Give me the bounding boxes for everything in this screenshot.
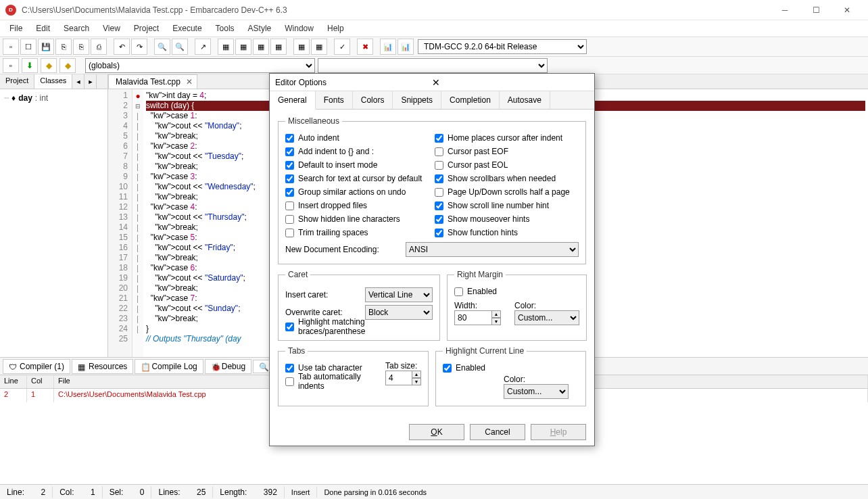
misc-checkbox[interactable]	[285, 134, 294, 143]
minimize-button[interactable]: ─	[769, 0, 800, 20]
bookmark-icon[interactable]: ◆	[41, 58, 57, 73]
cancel-button[interactable]: Cancel	[470, 424, 525, 440]
misc-checkbox[interactable]	[285, 215, 294, 224]
misc-checkbox[interactable]	[285, 174, 294, 183]
misc-checkbox[interactable]	[285, 188, 294, 197]
menu-help[interactable]: Help	[320, 22, 351, 35]
editor-tab[interactable]: Malavida Test.cpp ✕	[108, 74, 197, 89]
insert-icon[interactable]: ⬇	[22, 58, 38, 73]
misc-checkbox[interactable]	[285, 201, 294, 210]
misc-checkbox[interactable]	[285, 161, 294, 170]
goto-bm-icon[interactable]: ◆	[59, 58, 76, 73]
print-icon[interactable]: ⎙	[91, 39, 107, 55]
replace-icon[interactable]: 🔍	[172, 39, 188, 55]
spin-up-icon[interactable]: ▲	[491, 310, 501, 318]
menu-execute[interactable]: Execute	[166, 22, 208, 35]
close-tab-icon[interactable]: ✕	[186, 77, 193, 87]
misc-right-0: Home places cursor after indent	[435, 131, 579, 145]
help-button[interactable]: Help	[531, 424, 586, 440]
menu-window[interactable]: Window	[278, 22, 320, 35]
misc-checkbox[interactable]	[285, 229, 294, 237]
dlg-tab-completion[interactable]: Completion	[441, 91, 500, 109]
menu-edit[interactable]: Edit	[29, 22, 57, 35]
goto-icon[interactable]: ↗	[195, 39, 211, 55]
profile-icon[interactable]: 📊	[380, 39, 396, 55]
spin-up-icon[interactable]: ▲	[412, 371, 421, 378]
save-icon[interactable]: 💾	[38, 39, 54, 55]
menu-tools[interactable]: Tools	[209, 22, 241, 35]
misc-checkbox[interactable]	[435, 161, 443, 170]
menu-file[interactable]: File	[3, 22, 29, 35]
tab-classes[interactable]: Classes	[34, 74, 72, 89]
tab-nav-right[interactable]: ►	[85, 74, 97, 89]
menu-project[interactable]: Project	[127, 22, 166, 35]
menu-astyle[interactable]: AStyle	[241, 22, 279, 35]
col-header-line[interactable]: Line	[0, 375, 27, 388]
highlight-braces-checkbox[interactable]	[285, 323, 294, 331]
tab-nav-left[interactable]: ◄	[72, 74, 85, 89]
stop-icon[interactable]: ▦	[311, 39, 327, 55]
dlg-tab-autosave[interactable]: Autosave	[500, 91, 550, 109]
resource-icon: ▦	[78, 362, 86, 371]
misc-checkbox[interactable]	[435, 147, 443, 156]
misc-checkbox[interactable]	[435, 134, 443, 143]
encoding-select[interactable]: ANSI	[406, 242, 579, 257]
misc-checkbox[interactable]	[435, 201, 443, 210]
misc-checkbox[interactable]	[435, 215, 443, 224]
undo-icon[interactable]: ↶	[114, 39, 130, 55]
tab-compiler[interactable]: 🛡Compiler (1)	[3, 359, 70, 374]
dlg-tab-fonts[interactable]: Fonts	[316, 91, 353, 109]
dialog-titlebar[interactable]: Editor Options ✕	[270, 74, 594, 91]
hcl-color-select[interactable]: Custom...	[504, 384, 569, 399]
class-tree-item[interactable]: ┈ ♦ day : int	[4, 93, 103, 103]
misc-checkbox[interactable]	[285, 147, 294, 156]
misc-checkbox[interactable]	[435, 229, 443, 237]
status-insert[interactable]: Insert	[285, 487, 318, 498]
menu-view[interactable]: View	[96, 22, 127, 35]
margin-enabled-checkbox[interactable]	[454, 287, 463, 296]
dlg-tab-general[interactable]: General	[270, 91, 316, 110]
margin-color-select[interactable]: Custom...	[514, 310, 579, 325]
maximize-button[interactable]: ☐	[800, 0, 831, 20]
spin-down-icon[interactable]: ▼	[412, 378, 421, 385]
use-tab-checkbox[interactable]	[285, 364, 294, 373]
insert-caret-select[interactable]: Vertical Line	[365, 287, 433, 302]
spin-down-icon[interactable]: ▼	[491, 318, 501, 325]
margin-width-input[interactable]	[454, 310, 492, 325]
hcl-enabled-checkbox[interactable]	[443, 364, 452, 373]
dlg-tab-colors[interactable]: Colors	[353, 91, 393, 109]
tab-auto-indent-checkbox[interactable]	[285, 377, 294, 386]
compile-run-icon[interactable]: ▦	[253, 39, 269, 55]
shield-icon: 🛡	[9, 362, 17, 371]
redo-icon[interactable]: ↷	[131, 39, 147, 55]
debug-icon[interactable]: ▦	[293, 39, 310, 55]
rebuild-icon[interactable]: ▦	[270, 39, 287, 55]
members-select[interactable]	[318, 58, 548, 73]
misc-checkbox[interactable]	[435, 174, 443, 183]
dlg-tab-snippets[interactable]: Snippets	[393, 91, 441, 109]
menu-search[interactable]: Search	[57, 22, 96, 35]
close-button[interactable]: ✕	[831, 0, 863, 20]
tab-compile-log[interactable]: 📋Compile Log	[135, 359, 203, 374]
profile2-icon[interactable]: 📊	[397, 39, 414, 55]
dialog-close-icon[interactable]: ✕	[432, 77, 589, 88]
open-icon[interactable]: ☐	[20, 39, 37, 55]
tab-project[interactable]: Project	[0, 74, 34, 89]
compiler-select[interactable]: TDM-GCC 9.2.0 64-bit Release	[418, 39, 587, 54]
misc-checkbox[interactable]	[435, 188, 443, 197]
find-icon[interactable]: 🔍	[154, 39, 170, 55]
save-all-icon[interactable]: ⎘	[55, 39, 72, 55]
abort-icon[interactable]: ✖	[357, 39, 373, 55]
new-file-icon[interactable]: ▫	[3, 39, 19, 55]
run-icon[interactable]: ▦	[235, 39, 251, 55]
globals-select[interactable]: (globals)	[85, 58, 315, 73]
check-icon[interactable]: ✓	[334, 39, 350, 55]
compile-icon[interactable]: ▦	[218, 39, 234, 55]
new-proj-icon[interactable]: ▫	[3, 58, 19, 73]
tab-debug[interactable]: 🐞Debug	[205, 359, 251, 374]
save-as-icon[interactable]: ⎘	[73, 39, 89, 55]
ok-button[interactable]: OK	[409, 424, 464, 440]
col-header-col[interactable]: Col	[27, 375, 54, 388]
tab-resources[interactable]: ▦Resources	[72, 359, 133, 374]
tab-size-input[interactable]	[385, 371, 412, 385]
